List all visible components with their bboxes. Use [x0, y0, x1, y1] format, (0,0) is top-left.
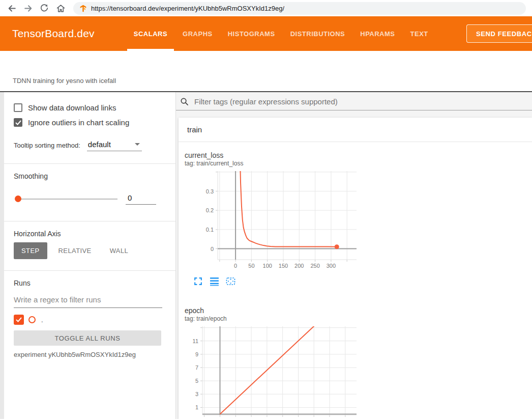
svg-text:150: 150 — [279, 263, 288, 269]
tooltip-sorting-dropdown[interactable]: default — [87, 140, 142, 151]
experiment-title: TDNN training for yesno with icefall — [13, 77, 116, 85]
main-panel: train current_loss tag: train/current_lo… — [176, 92, 532, 419]
svg-text:7: 7 — [195, 365, 198, 371]
site-favicon-tensorboard — [79, 5, 87, 12]
expand-chart-icon[interactable] — [193, 276, 203, 286]
divider — [4, 270, 175, 271]
address-bar[interactable]: https://tensorboard.dev/experiment/yKUbh… — [73, 2, 526, 15]
browser-toolbar: https://tensorboard.dev/experiment/yKUbh… — [0, 0, 532, 16]
tab-graphs[interactable]: GRAPHS — [176, 16, 219, 51]
svg-text:250: 250 — [310, 263, 319, 269]
svg-text:300: 300 — [327, 263, 336, 269]
line-chart-svg: 0501001502002503001357911 — [185, 325, 358, 419]
axis-relative-button[interactable]: RELATIVE — [51, 242, 99, 259]
svg-text:3: 3 — [195, 391, 198, 397]
svg-text:150: 150 — [262, 418, 272, 419]
chevron-down-icon — [135, 143, 140, 146]
svg-text:11: 11 — [193, 338, 198, 344]
fit-domain-icon[interactable] — [226, 276, 235, 286]
tab-text[interactable]: TEXT — [404, 16, 435, 51]
divider — [4, 163, 175, 164]
charts-grid: current_loss tag: train/current_loss 050… — [179, 142, 532, 419]
svg-text:0: 0 — [211, 246, 214, 252]
experiment-id-label: experiment yKUbhb5wRmOSXYkId1z9eg — [14, 351, 175, 358]
runs-label: Runs — [14, 279, 175, 287]
divider — [4, 221, 175, 221]
chart-card-current-loss: current_loss tag: train/current_loss 050… — [185, 151, 360, 286]
svg-text:0: 0 — [218, 418, 221, 419]
smoothing-slider-thumb[interactable] — [15, 195, 21, 202]
nav-tabs: SCALARS GRAPHS HISTOGRAMS DISTRIBUTIONS … — [126, 16, 436, 51]
svg-text:200: 200 — [278, 418, 287, 419]
tag-filter-row — [176, 92, 532, 110]
forward-icon[interactable] — [21, 2, 35, 15]
svg-text:200: 200 — [294, 263, 304, 269]
svg-text:50: 50 — [248, 263, 254, 269]
url-text: https://tensorboard.dev/experiment/yKUbh… — [91, 5, 284, 12]
section-header-train[interactable]: train — [179, 118, 532, 142]
experiment-title-row: TDNN training for yesno with icefall — [0, 51, 532, 92]
chart-card-epoch: epoch tag: train/epoch 05010015020025030… — [185, 306, 360, 419]
tooltip-sorting-label: Tooltip sorting method: — [14, 142, 80, 151]
svg-text:1: 1 — [195, 404, 198, 410]
tab-scalars[interactable]: SCALARS — [127, 16, 174, 51]
chart-toolbar — [193, 276, 360, 286]
reload-icon[interactable] — [38, 2, 51, 15]
run-name: . — [41, 316, 43, 324]
chart-tag: tag: train/current_loss — [185, 160, 360, 167]
svg-text:50: 50 — [232, 418, 239, 419]
svg-text:300: 300 — [309, 418, 318, 419]
log-scale-icon[interactable] — [210, 276, 219, 286]
svg-text:100: 100 — [263, 263, 272, 269]
line-chart-svg: 05010015020025030000.10.20.3 — [185, 170, 358, 272]
tooltip-sorting-value: default — [88, 140, 111, 149]
search-icon — [180, 97, 189, 106]
tab-distributions[interactable]: DISTRIBUTIONS — [284, 16, 352, 51]
chart-plot-epoch[interactable]: 0501001502002503001357911 — [185, 325, 360, 419]
toggle-all-runs-button[interactable]: TOGGLE ALL RUNS — [14, 330, 161, 346]
settings-sidebar: Show data download links Ignore outliers… — [4, 92, 176, 419]
chart-title: current_loss — [185, 151, 360, 159]
train-section-card: train current_loss tag: train/current_lo… — [179, 118, 532, 419]
send-feedback-button[interactable]: SEND FEEDBACK — [466, 24, 532, 43]
run-color-swatch — [28, 316, 36, 323]
svg-text:100: 100 — [247, 418, 256, 419]
svg-text:5: 5 — [195, 378, 198, 384]
tab-hparams[interactable]: HPARAMS — [353, 16, 401, 51]
ignore-outliers-label: Ignore outliers in chart scaling — [28, 118, 129, 127]
axis-wall-button[interactable]: WALL — [103, 242, 136, 259]
left-edge-strip — [0, 92, 4, 419]
chart-plot-current-loss[interactable]: 05010015020025030000.10.20.3 — [185, 170, 360, 274]
content-area: Show data download links Ignore outliers… — [0, 92, 532, 419]
runs-regex-input[interactable] — [14, 292, 162, 308]
smoothing-label: Smoothing — [14, 172, 175, 180]
show-download-links-label: Show data download links — [28, 103, 116, 112]
tag-filter-input[interactable] — [193, 97, 532, 106]
run-checkbox[interactable] — [14, 315, 24, 325]
chart-title: epoch — [185, 306, 360, 315]
tab-histograms[interactable]: HISTOGRAMS — [221, 16, 282, 51]
tensorboard-logo[interactable]: TensorBoard.dev — [12, 27, 95, 40]
home-icon[interactable] — [54, 2, 67, 15]
app-header: TensorBoard.dev SCALARS GRAPHS HISTOGRAM… — [0, 16, 532, 51]
smoothing-value-input[interactable]: 0 — [126, 193, 156, 205]
svg-text:0: 0 — [234, 263, 237, 269]
svg-text:250: 250 — [293, 418, 303, 419]
svg-text:0.3: 0.3 — [206, 188, 214, 194]
svg-text:0.2: 0.2 — [206, 207, 214, 213]
ignore-outliers-checkbox[interactable] — [14, 118, 22, 127]
svg-text:0.1: 0.1 — [206, 227, 214, 233]
svg-text:9: 9 — [195, 351, 198, 357]
show-download-links-checkbox[interactable] — [14, 103, 22, 112]
horizontal-axis-label: Horizontal Axis — [14, 230, 175, 238]
axis-step-button[interactable]: STEP — [14, 242, 47, 259]
chart-tag: tag: train/epoch — [185, 315, 360, 322]
back-icon[interactable] — [5, 2, 18, 15]
smoothing-slider-track[interactable] — [16, 199, 117, 200]
